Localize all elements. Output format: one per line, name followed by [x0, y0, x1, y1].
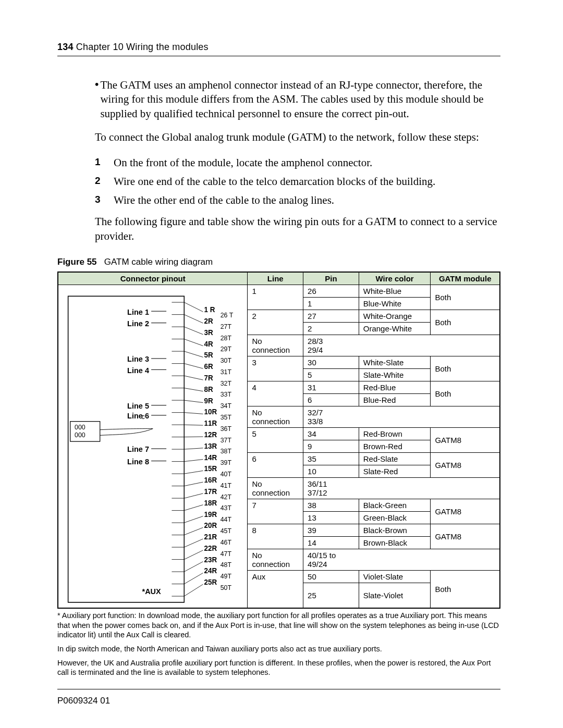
wire-color-cell: White-Blue [359, 285, 431, 297]
svg-text:37T: 37T [221, 436, 232, 443]
svg-line-18 [184, 314, 203, 323]
svg-text:11R: 11R [204, 419, 217, 427]
svg-text:Line 7: Line 7 [127, 445, 149, 453]
svg-text:45T: 45T [221, 527, 232, 535]
bullet-list: • The GATM uses an amphenol connector in… [95, 78, 500, 128]
pinout-table: Connector pinout Line Pin Wire color GAT… [57, 272, 500, 609]
no-connection-cell: No connection [248, 549, 303, 570]
svg-text:40T: 40T [221, 471, 232, 478]
running-header: 134 Chapter 10 Wiring the modules [57, 42, 500, 56]
pin-cell: 34 [303, 427, 359, 440]
svg-text:29T: 29T [221, 346, 232, 353]
svg-text:6R: 6R [204, 363, 213, 371]
bullet-text: The GATM uses an amphenol connector inst… [100, 78, 500, 121]
wire-color-cell: Brown-Red [359, 440, 431, 452]
module-cell: Both [431, 285, 500, 310]
no-connection-cell: No connection [248, 335, 303, 356]
line-cell: 8 [248, 524, 303, 536]
figure-caption: Figure 55 GATM cable wiring diagram [57, 257, 500, 267]
pin-cell: 50 [303, 570, 359, 583]
line-cell [248, 583, 303, 608]
svg-text:43T: 43T [221, 504, 232, 512]
module-cell: GATM8 [431, 452, 500, 477]
svg-text:41T: 41T [221, 482, 232, 489]
svg-line-26 [184, 339, 203, 346]
svg-line-54 [184, 425, 203, 425]
pin-cell: 38 [303, 499, 359, 511]
svg-text:38T: 38T [221, 448, 232, 455]
col-module: GATM module [431, 272, 500, 285]
svg-text:32T: 32T [221, 379, 232, 387]
pin-cell: 26 [303, 285, 359, 297]
figure-title: GATM cable wiring diagram [104, 257, 213, 267]
module-cell: GATM8 [431, 427, 500, 452]
no-connection-pins: 36/11 37/12 [303, 477, 500, 499]
line-cell [248, 465, 303, 477]
line-cell: 4 [248, 381, 303, 393]
svg-text:Line 5: Line 5 [127, 402, 149, 410]
pin-cell: 25 [303, 583, 359, 608]
svg-text:49T: 49T [221, 573, 232, 580]
page-number: 134 [57, 42, 74, 52]
svg-text:21R: 21R [204, 533, 217, 541]
figure-notes: * Auxiliary port function: In download m… [57, 611, 500, 677]
svg-text:Line 2: Line 2 [127, 319, 149, 328]
no-connection-cell: No connection [248, 406, 303, 427]
wire-color-cell: Brown-Black [359, 536, 431, 549]
svg-text:19R: 19R [204, 510, 217, 518]
svg-text:20R: 20R [204, 522, 217, 529]
svg-text:42T: 42T [221, 493, 232, 500]
module-cell: Both [431, 310, 500, 335]
table-header-row: Connector pinout Line Pin Wire color GAT… [58, 272, 500, 285]
chapter-title: Chapter 10 Wiring the modules [76, 42, 209, 52]
line-cell [248, 393, 303, 406]
line-cell: 3 [248, 356, 303, 368]
svg-text:9R: 9R [204, 397, 213, 404]
pin-cell: 39 [303, 524, 359, 536]
svg-line-94 [184, 539, 203, 547]
col-pin: Pin [303, 272, 359, 285]
svg-line-34 [184, 363, 203, 368]
pin-cell: 30 [303, 356, 359, 368]
svg-line-106 [184, 573, 203, 584]
connector-pinout-diagram: 000000cLine 1Line 2Line 3Line 4Line 5Lin… [58, 285, 248, 608]
line-cell [248, 440, 303, 452]
page: 134 Chapter 10 Wiring the modules • The … [0, 0, 563, 728]
wire-color-cell: White-Slate [359, 356, 431, 368]
wire-color-cell: Black-Green [359, 499, 431, 511]
svg-text:31T: 31T [221, 368, 232, 376]
pin-cell: 13 [303, 511, 359, 524]
svg-line-42 [184, 388, 203, 391]
svg-text:26 T: 26 T [221, 312, 234, 319]
svg-line-74 [184, 482, 203, 486]
pin-cell: 2 [303, 322, 359, 335]
svg-rect-0 [68, 296, 185, 602]
page-body: • The GATM uses an amphenol connector in… [57, 78, 500, 677]
doc-id: P0609324 01 [57, 696, 110, 706]
wire-color-cell: Slate-White [359, 368, 431, 381]
list-item: 2Wire one end of the cable to the telco … [95, 172, 500, 191]
svg-text:*AUX: *AUX [142, 587, 161, 595]
line-cell [248, 368, 303, 381]
wire-color-cell: Slate-Violet [359, 583, 431, 608]
line-cell: 1 [248, 285, 303, 297]
list-item: 1On the front of the module, locate the … [95, 154, 500, 172]
svg-text:22R: 22R [204, 545, 217, 552]
svg-text:8R: 8R [204, 386, 213, 393]
wire-color-cell: Green-Black [359, 511, 431, 524]
svg-line-90 [184, 527, 203, 535]
wire-color-cell: Black-Brown [359, 524, 431, 536]
svg-text:39T: 39T [221, 459, 232, 466]
svg-text:2R: 2R [204, 317, 213, 325]
line-cell [248, 536, 303, 549]
lead-in: To connect the Global analog trunk modul… [95, 130, 500, 144]
bullet-marker: • [95, 78, 100, 128]
svg-line-46 [184, 400, 203, 402]
svg-line-102 [184, 561, 203, 571]
svg-text:36T: 36T [221, 425, 232, 433]
svg-text:47T: 47T [221, 550, 232, 557]
svg-text:4R: 4R [204, 340, 213, 348]
wire-color-cell: Red-Blue [359, 381, 431, 393]
svg-text:Line 1: Line 1 [127, 307, 149, 316]
wire-color-cell: Slate-Red [359, 465, 431, 477]
